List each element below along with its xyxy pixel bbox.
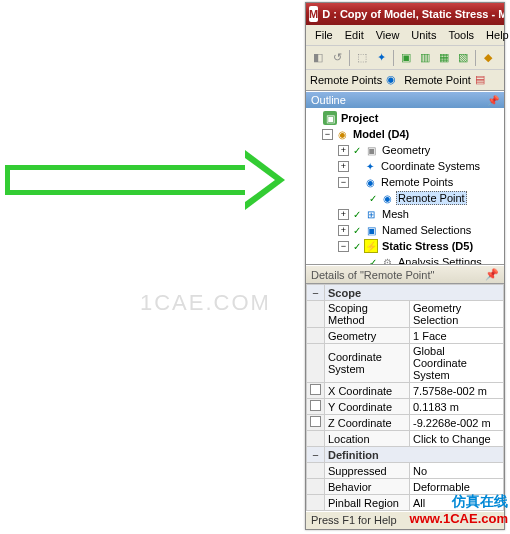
tree-analysis-settings[interactable]: ✓ ⚙ Analysis Settings [308, 254, 502, 265]
tool-btn-9[interactable]: ◆ [479, 49, 497, 67]
prop-z-coord[interactable]: Z Coordinate-9.2268e-002 m [307, 415, 504, 431]
pin-icon[interactable]: 📌 [487, 95, 499, 106]
context-toolbar: Remote Points ◉ Remote Point ▤ [306, 70, 504, 91]
pin-icon[interactable]: 📌 [485, 268, 499, 281]
mesh-icon: ⊞ [364, 207, 378, 221]
watermark-center: 1CAE.COM [140, 290, 271, 316]
group-scope[interactable]: −Scope [307, 285, 504, 301]
project-icon: ▣ [323, 111, 337, 125]
menu-view[interactable]: View [371, 28, 405, 42]
prop-csys[interactable]: Coordinate SystemGlobal Coordinate Syste… [307, 344, 504, 383]
tree-coord-systems[interactable]: + ✦ Coordinate Systems [308, 158, 502, 174]
expander-icon[interactable]: − [338, 241, 349, 252]
main-toolbar: ◧ ↺ ⬚ ✦ ▣ ▥ ▦ ▧ ◆ [306, 46, 504, 70]
menu-help[interactable]: Help [481, 28, 510, 42]
tree-geometry[interactable]: + ✓ ▣ Geometry [308, 142, 502, 158]
status-bar: Press F1 for Help [306, 511, 504, 529]
remote-point-icon: ◉ [386, 73, 400, 87]
tree-project[interactable]: ▣ Project [308, 110, 502, 126]
expander-icon[interactable]: + [338, 161, 349, 172]
tree-named-selections[interactable]: + ✓ ▣ Named Selections [308, 222, 502, 238]
outline-header: Outline 📌 [306, 91, 504, 108]
tool-btn-5[interactable]: ▣ [397, 49, 415, 67]
remote-point-icon: ◉ [380, 191, 394, 205]
menu-tools[interactable]: Tools [443, 28, 479, 42]
app-icon: M [309, 6, 318, 22]
tree-mesh[interactable]: + ✓ ⊞ Mesh [308, 206, 502, 222]
details-grid: −Scope Scoping MethodGeometry Selection … [306, 284, 504, 511]
details-header: Details of "Remote Point" 📌 [306, 265, 504, 284]
tool-btn-3[interactable]: ⬚ [353, 49, 371, 67]
prop-x-coord[interactable]: X Coordinate7.5758e-002 m [307, 383, 504, 399]
prop-y-coord[interactable]: Y Coordinate0.1183 m [307, 399, 504, 415]
named-sel-icon: ▣ [364, 223, 378, 237]
prop-suppressed[interactable]: SuppressedNo [307, 463, 504, 479]
menu-units[interactable]: Units [406, 28, 441, 42]
prop-location[interactable]: LocationClick to Change [307, 431, 504, 447]
remote-point-btn[interactable]: Remote Point [404, 74, 471, 86]
tool-btn-8[interactable]: ▧ [454, 49, 472, 67]
menu-edit[interactable]: Edit [340, 28, 369, 42]
expander-icon[interactable]: + [338, 209, 349, 220]
expander-icon[interactable]: − [338, 177, 349, 188]
comment-icon[interactable]: ▤ [475, 73, 489, 87]
prop-behavior[interactable]: BehaviorDeformable [307, 479, 504, 495]
tool-btn-1[interactable]: ◧ [309, 49, 327, 67]
environment-icon: ⚡ [364, 239, 378, 253]
menu-file[interactable]: File [310, 28, 338, 42]
coord-icon: ✦ [363, 159, 377, 173]
window-title: D : Copy of Model, Static Stress - Mecha… [322, 8, 504, 20]
remote-points-label: Remote Points [310, 74, 382, 86]
menu-bar: File Edit View Units Tools Help ✓ [306, 25, 504, 46]
tree-remote-point[interactable]: ✓ ◉ Remote Point [308, 190, 502, 206]
prop-scoping-method[interactable]: Scoping MethodGeometry Selection [307, 301, 504, 328]
outline-title: Outline [311, 94, 346, 106]
tree-model[interactable]: − ◉ Model (D4) [308, 126, 502, 142]
callout-arrow [5, 150, 295, 210]
remote-points-icon: ◉ [363, 175, 377, 189]
group-definition[interactable]: −Definition [307, 447, 504, 463]
tool-btn-7[interactable]: ▦ [435, 49, 453, 67]
expander-icon[interactable]: + [338, 225, 349, 236]
outline-tree[interactable]: ▣ Project − ◉ Model (D4) + ✓ ▣ Geometry … [306, 108, 504, 265]
settings-icon: ⚙ [380, 255, 394, 265]
details-title: Details of "Remote Point" [311, 269, 434, 281]
expander-icon[interactable]: − [322, 129, 333, 140]
tool-btn-2[interactable]: ↺ [328, 49, 346, 67]
prop-geometry[interactable]: Geometry1 Face [307, 328, 504, 344]
tool-btn-6[interactable]: ▥ [416, 49, 434, 67]
prop-pinball[interactable]: Pinball RegionAll [307, 495, 504, 511]
title-bar[interactable]: M D : Copy of Model, Static Stress - Mec… [306, 3, 504, 25]
app-window: M D : Copy of Model, Static Stress - Mec… [305, 2, 505, 530]
tree-remote-points[interactable]: − ◉ Remote Points [308, 174, 502, 190]
expander-icon[interactable]: + [338, 145, 349, 156]
model-icon: ◉ [335, 127, 349, 141]
status-text: Press F1 for Help [311, 514, 397, 526]
tool-btn-4[interactable]: ✦ [372, 49, 390, 67]
geometry-icon: ▣ [364, 143, 378, 157]
tree-static-stress[interactable]: − ✓ ⚡ Static Stress (D5) [308, 238, 502, 254]
